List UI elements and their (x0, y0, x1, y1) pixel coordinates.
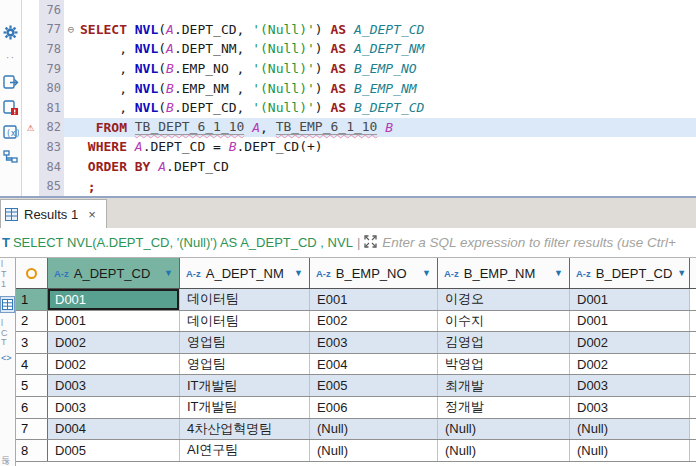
grid-cell[interactable]: D005 (48, 440, 180, 461)
fold-marker-icon[interactable]: ⊖ (64, 20, 78, 40)
column-header-b_emp_no[interactable]: A-zB_EMP_NO▼ (310, 258, 438, 288)
code-line[interactable]: 84 ORDER BY A.DEPT_CD (22, 157, 696, 177)
grid-cell[interactable]: D001 (48, 289, 180, 310)
grid-cell[interactable]: E002 (310, 311, 438, 332)
code-line[interactable]: 78 , NVL(A.DEPT_NM, '(Null)') AS A_DEPT_… (22, 39, 696, 59)
sql-editor-pane[interactable]: ··(x) 7677⊖SELECT NVL(A.DEPT_CD, '(Null)… (0, 0, 696, 196)
grid-cell[interactable]: D004 (48, 419, 180, 440)
grid-cell[interactable]: D001 (570, 311, 690, 332)
fold-gutter (64, 176, 78, 196)
row-number[interactable]: 5 (16, 375, 48, 396)
row-number[interactable]: 2 (16, 311, 48, 332)
code-line[interactable]: 85 ; (22, 176, 696, 196)
grid-cell[interactable]: E004 (310, 354, 438, 375)
code-line[interactable]: 80 , NVL(B.EMP_NM , '(Null)') AS B_EMP_N… (22, 78, 696, 98)
grid-cell[interactable]: D002 (48, 332, 180, 353)
code-line[interactable]: 77⊖SELECT NVL(A.DEPT_CD, '(Null)') AS A_… (22, 20, 696, 40)
grid-cell[interactable]: (Null) (438, 440, 570, 461)
grid-cell[interactable]: (Null) (310, 419, 438, 440)
grid-cell[interactable]: E003 (310, 332, 438, 353)
text-view-icon[interactable]: lCT (0, 319, 8, 349)
code-line[interactable]: 81 , NVL(B.DEPT_CD, '(Null)') AS B_DEPT_… (22, 98, 696, 118)
column-dropdown-icon[interactable]: ▼ (294, 268, 303, 278)
row-number[interactable]: 4 (16, 354, 48, 375)
filter-input[interactable] (382, 235, 696, 250)
grid-cell[interactable]: 김영업 (438, 332, 570, 353)
column-dropdown-icon[interactable]: ▼ (677, 268, 686, 278)
grid-cell[interactable]: 박영업 (438, 354, 570, 375)
line-number[interactable]: 84 (39, 157, 64, 177)
grid-cell[interactable]: E006 (310, 397, 438, 418)
script-error-icon[interactable] (3, 99, 19, 115)
grid-cell[interactable]: IT개발팀 (180, 375, 310, 396)
grid-cell[interactable]: 데이터팀 (180, 289, 310, 310)
grid-cell[interactable]: 이수지 (438, 311, 570, 332)
grid-cell[interactable]: AI연구팀 (180, 440, 310, 461)
code-area[interactable]: 7677⊖SELECT NVL(A.DEPT_CD, '(Null)') AS … (22, 0, 696, 196)
grid-cell[interactable]: (Null) (438, 419, 570, 440)
row-number[interactable]: 6 (16, 397, 48, 418)
column-header-b_dept_cd[interactable]: A-zB_DEPT_CD▼ (570, 258, 690, 288)
grid-cell[interactable]: 4차산업혁명팀 (180, 419, 310, 440)
grid-cell[interactable]: E001 (310, 289, 438, 310)
tab-close-icon[interactable]: × (88, 207, 96, 222)
line-number[interactable]: 77 (39, 20, 64, 40)
expand-filter-icon[interactable] (364, 235, 377, 251)
select-all-corner[interactable] (16, 258, 48, 288)
line-number[interactable]: 78 (39, 39, 64, 59)
overflow-dots-icon[interactable]: ·· (3, 49, 19, 65)
line-number[interactable]: 76 (39, 0, 64, 20)
grid-cell[interactable]: D003 (48, 397, 180, 418)
grid-cell[interactable]: 최개발 (438, 375, 570, 396)
grid-cell[interactable]: D002 (48, 354, 180, 375)
grid-cell[interactable]: (Null) (570, 440, 690, 461)
grid-cell[interactable]: D002 (570, 354, 690, 375)
grid-cell[interactable]: IT개발팀 (180, 397, 310, 418)
settings-gear-icon[interactable] (3, 24, 19, 40)
grid-cell[interactable]: D001 (48, 311, 180, 332)
grid-cell[interactable]: 이경오 (438, 289, 570, 310)
grid-cell[interactable]: (Null) (570, 419, 690, 440)
grid-cell[interactable]: D003 (48, 375, 180, 396)
grid-cell[interactable]: 영업팀 (180, 354, 310, 375)
line-number[interactable]: 79 (39, 59, 64, 79)
line-number[interactable]: 83 (39, 137, 64, 157)
column-dropdown-icon[interactable]: ▼ (554, 268, 563, 278)
panel-icon-fragment: 둖 (0, 456, 10, 466)
grid-cell[interactable]: D003 (570, 375, 690, 396)
refresh-icon[interactable]: <> (0, 354, 12, 364)
line-number[interactable]: 85 (39, 176, 64, 196)
grid-cell[interactable]: D003 (570, 397, 690, 418)
line-number[interactable]: 80 (39, 78, 64, 98)
grid-cell[interactable]: 영업팀 (180, 332, 310, 353)
grid-cell[interactable]: 데이터팀 (180, 311, 310, 332)
execute-script-icon[interactable] (3, 74, 19, 90)
grid-cell[interactable]: E005 (310, 375, 438, 396)
line-number[interactable]: 81 (39, 98, 64, 118)
grid-view-icon[interactable] (0, 296, 15, 313)
row-number[interactable]: 7 (16, 419, 48, 440)
column-header-b_emp_nm[interactable]: A-zB_EMP_NM▼ (438, 258, 570, 288)
row-number[interactable]: 3 (16, 332, 48, 353)
grid-cell[interactable]: D001 (570, 289, 690, 310)
code-line[interactable]: 83 WHERE A.DEPT_CD = B.DEPT_CD(+) (22, 137, 696, 157)
result-grid: A-zA_DEPT_CD▼A-zA_DEPT_NM▼A-zB_EMP_NO▼A-… (16, 258, 696, 466)
grid-cell[interactable]: 정개발 (438, 397, 570, 418)
grid-cell[interactable]: D002 (570, 332, 690, 353)
row-number[interactable]: 1 (16, 289, 48, 310)
assign-variables-icon[interactable]: (x) (3, 124, 19, 140)
column-header-a_dept_cd[interactable]: A-zA_DEPT_CD▼ (48, 258, 180, 288)
code-text: SELECT NVL(A.DEPT_CD, '(Null)') AS A_DEP… (78, 20, 696, 40)
column-header-a_dept_nm[interactable]: A-zA_DEPT_NM▼ (180, 258, 310, 288)
column-dropdown-icon[interactable]: ▼ (422, 268, 431, 278)
row-number[interactable]: 8 (16, 440, 48, 461)
warning-icon[interactable]: ⚠ (22, 118, 39, 138)
explain-plan-icon[interactable] (3, 149, 19, 165)
line-number[interactable]: 82 (39, 118, 64, 138)
code-line[interactable]: 79 , NVL(B.EMP_NO , '(Null)') AS B_EMP_N… (22, 59, 696, 79)
code-line[interactable]: ⚠82 FROM TB_DEPT_6_1_10 A, TB_EMP_6_1_10… (22, 118, 696, 138)
tab-results-1[interactable]: Results 1 × (0, 199, 107, 228)
code-line[interactable]: 76 (22, 0, 696, 20)
grid-cell[interactable]: (Null) (310, 440, 438, 461)
column-dropdown-icon[interactable]: ▼ (164, 268, 173, 278)
